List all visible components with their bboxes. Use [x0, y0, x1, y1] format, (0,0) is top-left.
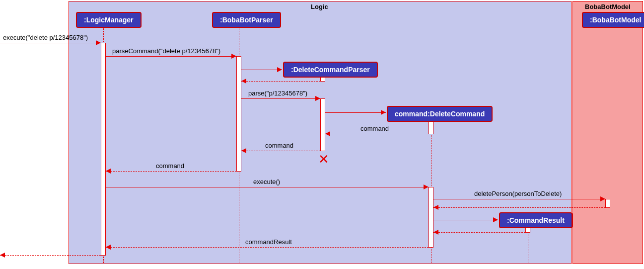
- participant-bobabotparser: :BobaBotParser: [212, 12, 281, 28]
- arrowhead-execute-in: [96, 40, 101, 45]
- label-m5: command: [265, 142, 293, 149]
- lifeline-bobabotmodel: [608, 26, 608, 263]
- arrowhead-create-cr: [493, 217, 498, 222]
- arrowhead-execute: [424, 184, 429, 189]
- label-m3: parse("p/12345678"): [248, 90, 307, 97]
- arrowhead-parsecommand: [231, 54, 236, 59]
- participant-deletecommandparser: :DeleteCommandParser: [283, 62, 378, 78]
- participant-bobabotmodel: :BobaBotModel: [582, 12, 644, 28]
- logic-label: Logic: [311, 3, 328, 10]
- arrowhead-return-deleteperson: [433, 205, 438, 210]
- label-m7: execute(): [253, 178, 280, 185]
- arrow-create-dcp: [241, 70, 282, 70]
- arrow-parse: [241, 98, 320, 99]
- activation-logicmanager: [101, 43, 106, 256]
- participant-logicmanager: :LogicManager: [76, 12, 142, 28]
- activation-deletecommandparser-2: [320, 98, 325, 151]
- arrow-parsecommand: [106, 56, 236, 57]
- arrow-create-dc: [325, 112, 386, 113]
- arrowhead-create-dc: [381, 110, 386, 115]
- label-m4: command: [360, 125, 389, 132]
- arrow-commandresult: [106, 247, 429, 248]
- arrowhead-parse: [315, 96, 320, 101]
- arrowhead-deleteperson: [600, 196, 605, 201]
- activation-deletecommand-2: [429, 187, 433, 248]
- activation-bobabotmodel: [605, 199, 610, 208]
- arrow-return-command-2: [241, 151, 320, 151]
- destroy-icon: ✕: [318, 153, 329, 166]
- arrowhead-return-command-1: [325, 131, 330, 136]
- arrow-return-command-3: [106, 171, 236, 172]
- arrow-return-create-dcp: [241, 81, 320, 82]
- arrowhead-create-dcp: [277, 67, 282, 72]
- activation-bobabotparser: [236, 56, 241, 172]
- arrow-deleteperson: [433, 199, 605, 199]
- arrowhead-final-return: [0, 253, 5, 258]
- label-m9: commandResult: [245, 238, 292, 246]
- arrow-return-command-1: [325, 134, 429, 134]
- label-m1: execute("delete p/12345678"): [3, 34, 88, 41]
- arrowhead-return-command-2: [241, 148, 246, 153]
- participant-deletecommand: command:DeleteCommand: [387, 106, 493, 122]
- arrowhead-return-cr: [433, 230, 438, 235]
- arrowhead-return-command-3: [106, 169, 111, 174]
- label-m2: parseCommand("delete p/12345678"): [112, 47, 220, 55]
- label-m6: command: [156, 162, 184, 170]
- label-m8: deletePerson(personToDelete): [474, 190, 562, 197]
- participant-commandresult: :CommandResult: [499, 212, 572, 228]
- arrow-return-deleteperson: [433, 207, 605, 208]
- arrow-create-cr: [433, 220, 498, 220]
- arrow-return-cr: [433, 232, 525, 233]
- arrow-final-return: [0, 255, 101, 256]
- arrow-execute-in: [0, 43, 101, 43]
- arrow-execute: [106, 187, 429, 187]
- model-label: BobaBotModel: [585, 3, 631, 10]
- arrowhead-return-create-dcp: [241, 79, 246, 84]
- arrowhead-commandresult: [106, 245, 111, 250]
